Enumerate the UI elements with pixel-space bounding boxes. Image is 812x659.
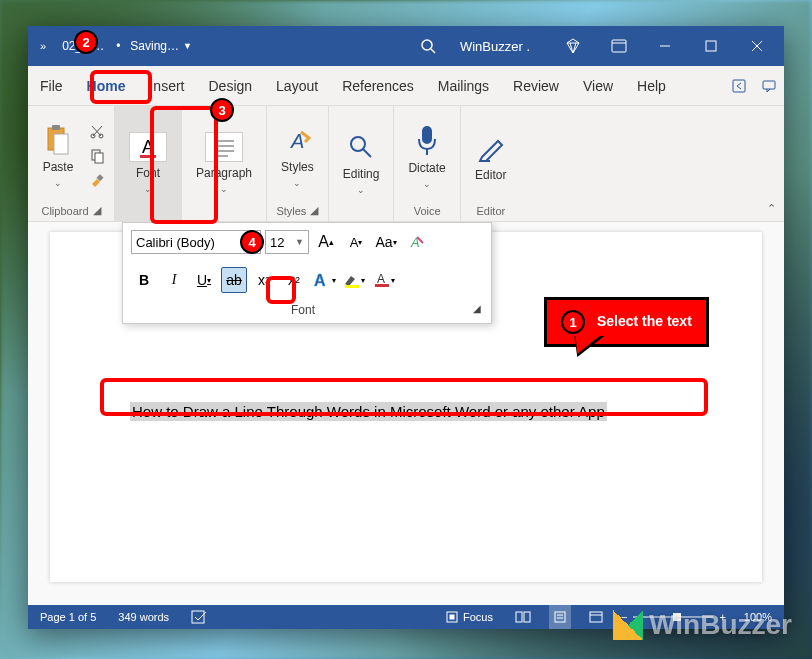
clipboard-icon xyxy=(42,124,74,156)
close-button[interactable] xyxy=(734,26,780,66)
font-a-icon: A xyxy=(129,132,167,162)
status-word-count[interactable]: 349 words xyxy=(114,605,173,629)
tab-home[interactable]: Home xyxy=(75,66,138,105)
svg-rect-11 xyxy=(52,125,60,130)
svg-rect-41 xyxy=(524,612,530,622)
tab-layout[interactable]: Layout xyxy=(264,66,330,105)
tab-references[interactable]: References xyxy=(330,66,426,105)
svg-rect-45 xyxy=(590,612,602,622)
collapse-ribbon-icon[interactable]: ⌃ xyxy=(767,202,776,215)
group-voice: Dictate ⌄ Voice xyxy=(394,106,460,221)
editor-button[interactable]: Editor xyxy=(467,126,515,188)
watermark: WinBuzzer xyxy=(613,609,792,641)
saving-status[interactable]: Saving…▼ xyxy=(122,39,200,53)
annotation-callout-1: 1 Select the text xyxy=(544,297,709,347)
dialog-launcher-icon[interactable]: ◢ xyxy=(310,204,318,217)
svg-rect-9 xyxy=(763,81,775,89)
maximize-button[interactable] xyxy=(688,26,734,66)
italic-button[interactable]: I xyxy=(161,267,187,293)
svg-rect-40 xyxy=(516,612,522,622)
group-editor: Editor Editor xyxy=(461,106,521,221)
status-page[interactable]: Page 1 of 5 xyxy=(36,605,100,629)
comments-button[interactable] xyxy=(754,66,784,105)
ribbon-mode-icon[interactable] xyxy=(596,26,642,66)
brand-label: WinBuzzer . xyxy=(440,39,550,54)
format-painter-button[interactable] xyxy=(86,169,108,191)
copy-button[interactable] xyxy=(86,145,108,167)
annotation-number-2: 2 xyxy=(74,30,98,54)
svg-point-27 xyxy=(351,137,365,151)
svg-text:A: A xyxy=(142,137,154,157)
dialog-launcher-icon[interactable]: ◢ xyxy=(473,303,481,317)
strikethrough-button[interactable]: ab xyxy=(221,267,247,293)
quick-access-overflow[interactable]: » xyxy=(32,40,54,52)
editing-dropdown-button[interactable]: Editing ⌄ xyxy=(335,125,388,201)
highlight-button[interactable]: ▾ xyxy=(341,267,367,293)
font-dropdown-button[interactable]: A Font ⌄ xyxy=(121,126,175,200)
cut-button[interactable] xyxy=(86,121,108,143)
search-icon xyxy=(345,131,377,163)
editor-pen-icon xyxy=(475,132,507,164)
tab-help[interactable]: Help xyxy=(625,66,678,105)
tab-mailings[interactable]: Mailings xyxy=(426,66,501,105)
svg-rect-5 xyxy=(706,41,716,51)
annotation-number-4: 4 xyxy=(240,230,264,254)
selected-text[interactable]: How to Draw a Line Through Words in Micr… xyxy=(130,402,607,421)
subscript-button[interactable]: x2 xyxy=(251,267,277,293)
flyout-group-label: Font xyxy=(291,303,315,317)
share-button[interactable] xyxy=(724,66,754,105)
font-color-button[interactable]: A▾ xyxy=(371,267,397,293)
clear-formatting-button[interactable]: A xyxy=(403,229,429,255)
styles-dropdown-button[interactable]: A Styles ⌄ xyxy=(273,118,322,194)
minimize-button[interactable] xyxy=(642,26,688,66)
svg-rect-36 xyxy=(375,284,389,287)
svg-rect-18 xyxy=(95,153,103,163)
svg-rect-12 xyxy=(54,134,68,154)
document-area: Calibri (Body)▼ 12▼ A▴ A▾ Aa▾ A B I U▾ a… xyxy=(28,222,784,605)
tab-design[interactable]: Design xyxy=(196,66,264,105)
winbuzzer-logo-icon xyxy=(613,610,643,640)
microphone-icon xyxy=(411,125,443,157)
focus-mode-button[interactable]: Focus xyxy=(441,605,497,629)
svg-rect-42 xyxy=(555,612,565,622)
superscript-button[interactable]: x2 xyxy=(281,267,307,293)
svg-rect-8 xyxy=(733,80,745,92)
tab-file[interactable]: File xyxy=(28,66,75,105)
diamond-icon[interactable] xyxy=(550,26,596,66)
change-case-button[interactable]: Aa▾ xyxy=(373,229,399,255)
group-styles: A Styles ⌄ Styles ◢ xyxy=(267,106,329,221)
ribbon: Paste ⌄ Clipboard ◢ A Font ⌄ xyxy=(28,106,784,222)
svg-text:A: A xyxy=(377,272,385,286)
svg-line-1 xyxy=(431,49,435,53)
group-clipboard: Paste ⌄ Clipboard ◢ xyxy=(28,106,115,221)
title-bar: » 02_Mic… • Saving…▼ WinBuzzer . xyxy=(28,26,784,66)
svg-rect-34 xyxy=(345,285,359,288)
underline-button[interactable]: U▾ xyxy=(191,267,217,293)
dialog-launcher-icon[interactable]: ◢ xyxy=(93,204,101,217)
group-editing: Editing ⌄ xyxy=(329,106,395,221)
search-icon[interactable] xyxy=(416,38,440,54)
svg-rect-37 xyxy=(192,611,204,623)
svg-rect-21 xyxy=(140,155,156,158)
styles-icon: A xyxy=(281,124,313,156)
word-window: » 02_Mic… • Saving…▼ WinBuzzer . File Ho… xyxy=(28,26,784,629)
paste-button[interactable]: Paste ⌄ xyxy=(34,118,82,194)
text-effects-button[interactable]: A▾ xyxy=(311,267,337,293)
bold-button[interactable]: B xyxy=(131,267,157,293)
paragraph-dropdown-button[interactable]: Paragraph ⌄ xyxy=(188,126,260,200)
status-spellcheck[interactable] xyxy=(187,605,211,629)
font-size-combo[interactable]: 12▼ xyxy=(265,230,309,254)
increase-font-button[interactable]: A▴ xyxy=(313,229,339,255)
tab-view[interactable]: View xyxy=(571,66,625,105)
paragraph-icon xyxy=(205,132,243,162)
decrease-font-button[interactable]: A▾ xyxy=(343,229,369,255)
dictate-button[interactable]: Dictate ⌄ xyxy=(400,119,453,195)
tab-review[interactable]: Review xyxy=(501,66,571,105)
svg-point-0 xyxy=(422,40,432,50)
svg-rect-29 xyxy=(423,127,431,143)
tab-insert[interactable]: Insert xyxy=(137,66,196,105)
print-layout-button[interactable] xyxy=(549,605,571,629)
web-layout-button[interactable] xyxy=(585,605,607,629)
read-mode-button[interactable] xyxy=(511,605,535,629)
ribbon-tabs: File Home Insert Design Layout Reference… xyxy=(28,66,784,106)
